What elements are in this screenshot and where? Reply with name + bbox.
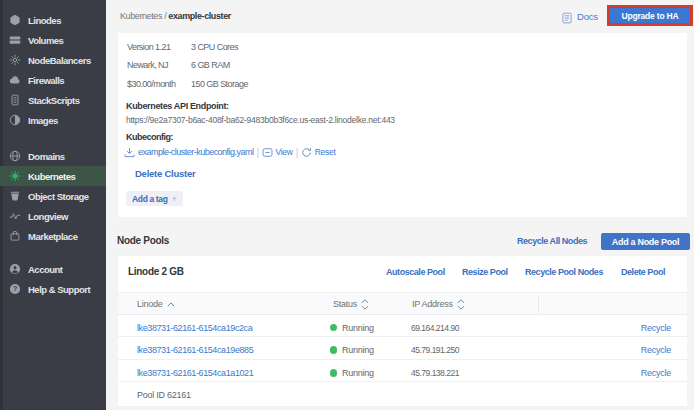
svg-text:?: ? <box>13 285 17 293</box>
